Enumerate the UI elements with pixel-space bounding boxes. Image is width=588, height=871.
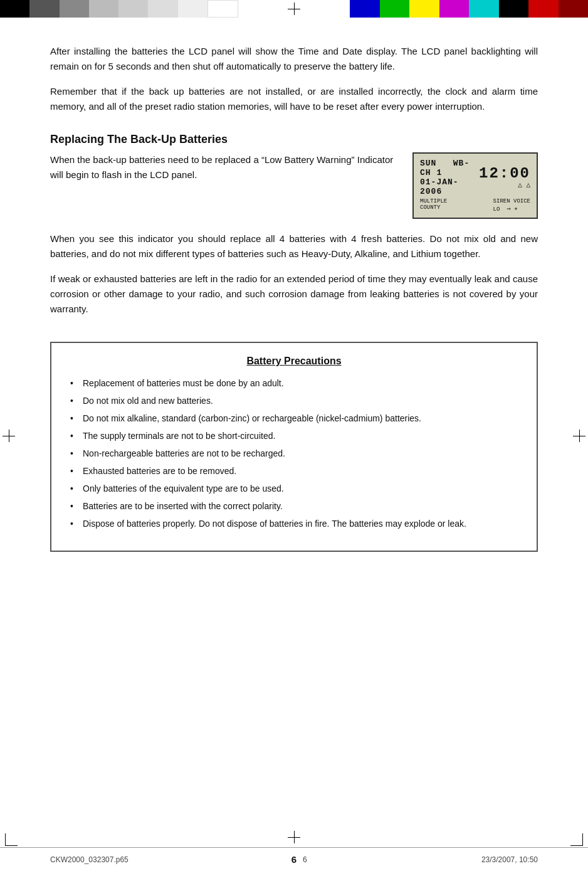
precaution-text-8: Batteries are to be inserted with the co…	[83, 500, 518, 513]
precaution-item-3: •Do not mix alkaline, standard (carbon-z…	[70, 412, 518, 425]
bar-seg-4	[89, 0, 118, 18]
bar-seg-r7	[528, 0, 559, 18]
bar-seg-7	[178, 0, 207, 18]
replacing-section: Replacing The Back-Up Batteries When the…	[50, 133, 538, 219]
bar-seg-r2	[380, 0, 410, 18]
precaution-text-4: The supply terminals are not to be short…	[83, 430, 518, 443]
precaution-item-4: •The supply terminals are not to be shor…	[70, 430, 518, 443]
bar-seg-3	[60, 0, 89, 18]
bar-seg-r5	[469, 0, 499, 18]
crosshair-left	[3, 430, 15, 442]
bullet-6: •	[70, 465, 78, 478]
top-color-bars	[0, 0, 588, 18]
bar-seg-6	[148, 0, 177, 18]
lcd-date: 01-JAN-2006	[420, 177, 479, 196]
footer-left: CKW2000_032307.p65	[50, 855, 129, 864]
bullet-7: •	[70, 482, 78, 495]
lcd-multiple-label: MULTIPLE	[420, 198, 447, 204]
lcd-siren-voice: SIREN VOICE LO ⇒ ☀	[493, 198, 530, 213]
bar-seg-1	[0, 0, 29, 18]
precautions-title: Battery Precautions	[70, 356, 518, 367]
precaution-text-6: Exhausted batteries are to be removed.	[83, 465, 518, 478]
lcd-channel-info: SUN WB-CH 1 01-JAN-2006	[420, 159, 479, 196]
lcd-time-block: 12:00 △ △	[479, 165, 530, 190]
bar-seg-r1	[350, 0, 380, 18]
lcd-multiple-county: MULTIPLE COUNTY	[420, 198, 447, 213]
bullet-5: •	[70, 447, 78, 460]
lcd-lo: LO	[493, 206, 500, 213]
intro-paragraph-2: Remember that if the back up batteries a…	[50, 84, 538, 114]
corner-mark-br	[570, 833, 583, 846]
lcd-county-label: COUNTY	[420, 204, 440, 211]
bar-seg-r3	[409, 0, 439, 18]
bullet-2: •	[70, 394, 78, 408]
footer-center: 6	[303, 855, 307, 864]
bullet-8: •	[70, 500, 78, 513]
lcd-radio-icon: △	[526, 181, 530, 189]
replacing-text: When the back-up batteries need to be re…	[50, 152, 400, 182]
precaution-item-2: •Do not mix old and new batteries.	[70, 394, 518, 408]
precaution-item-9: •Dispose of batteries properly. Do not d…	[70, 517, 518, 531]
footer: CKW2000_032307.p65 6 23/3/2007, 10:50	[0, 847, 588, 871]
lcd-display: SUN WB-CH 1 01-JAN-2006 12:00 △ △	[412, 152, 538, 219]
bar-seg-r8	[559, 0, 589, 18]
bullet-9: •	[70, 517, 78, 531]
page-content: After installing the batteries the LCD p…	[50, 31, 538, 833]
top-bar-right	[350, 0, 588, 18]
lcd-siren-section: SIREN VOICE LO ⇒ ☀	[493, 198, 530, 213]
intro-section: After installing the batteries the LCD p…	[50, 44, 538, 114]
corner-mark-bl	[5, 833, 18, 846]
precaution-item-5: •Non-rechargeable batteries are not to b…	[70, 447, 518, 460]
bar-seg-2	[29, 0, 59, 18]
precaution-text-7: Only batteries of the equivalent type ar…	[83, 482, 518, 495]
precaution-text-2: Do not mix old and new batteries.	[83, 394, 518, 408]
bullet-4: •	[70, 430, 78, 443]
replacing-content: When the back-up batteries need to be re…	[50, 152, 538, 219]
top-bar-left	[0, 0, 238, 18]
lcd-small-indicators: △ △	[479, 181, 530, 189]
lcd-top-left: SUN WB-CH 1	[420, 159, 479, 177]
precaution-text-5: Non-rechargeable batteries are not to be…	[83, 447, 518, 460]
precaution-item-8: •Batteries are to be inserted with the c…	[70, 500, 518, 513]
lcd-top-row: SUN WB-CH 1 01-JAN-2006 12:00 △ △	[420, 159, 530, 196]
lcd-sun-icon: ☀	[514, 206, 517, 213]
precaution-item-7: •Only batteries of the equivalent type a…	[70, 482, 518, 495]
after-replacing-section: When you see this indicator you should r…	[50, 231, 538, 317]
lcd-time-display: 12:00	[479, 165, 530, 182]
bar-seg-r6	[499, 0, 529, 18]
crosshair-right	[573, 430, 585, 442]
bullet-3: •	[70, 412, 78, 425]
precaution-text-1: Replacement of batteries must be done by…	[83, 377, 518, 390]
lcd-bottom-labels: MULTIPLE COUNTY SIREN VOICE LO ⇒ ☀	[420, 198, 530, 213]
bar-seg-r4	[439, 0, 470, 18]
bullet-1: •	[70, 377, 78, 390]
after-paragraph-1: When you see this indicator you should r…	[50, 231, 538, 261]
lcd-arrow: ⇒	[507, 205, 511, 213]
precaution-item-6: •Exhausted batteries are to be removed.	[70, 465, 518, 478]
precaution-item-1: •Replacement of batteries must be done b…	[70, 377, 518, 390]
footer-right: 23/3/2007, 10:50	[481, 855, 538, 864]
lcd-sun: SUN	[420, 159, 436, 168]
precaution-text-9: Dispose of batteries properly. Do not di…	[83, 517, 518, 531]
replacing-heading: Replacing The Back-Up Batteries	[50, 133, 538, 146]
precautions-box: Battery Precautions •Replacement of batt…	[50, 342, 538, 552]
precaution-text-3: Do not mix alkaline, standard (carbon-zi…	[83, 412, 518, 425]
after-paragraph-2: If weak or exhausted batteries are left …	[50, 272, 538, 317]
lcd-alarm-icon: △	[518, 181, 522, 189]
precautions-list: •Replacement of batteries must be done b…	[70, 377, 518, 531]
bar-seg-8	[207, 0, 238, 18]
bar-seg-5	[118, 0, 148, 18]
intro-paragraph-1: After installing the batteries the LCD p…	[50, 44, 538, 74]
